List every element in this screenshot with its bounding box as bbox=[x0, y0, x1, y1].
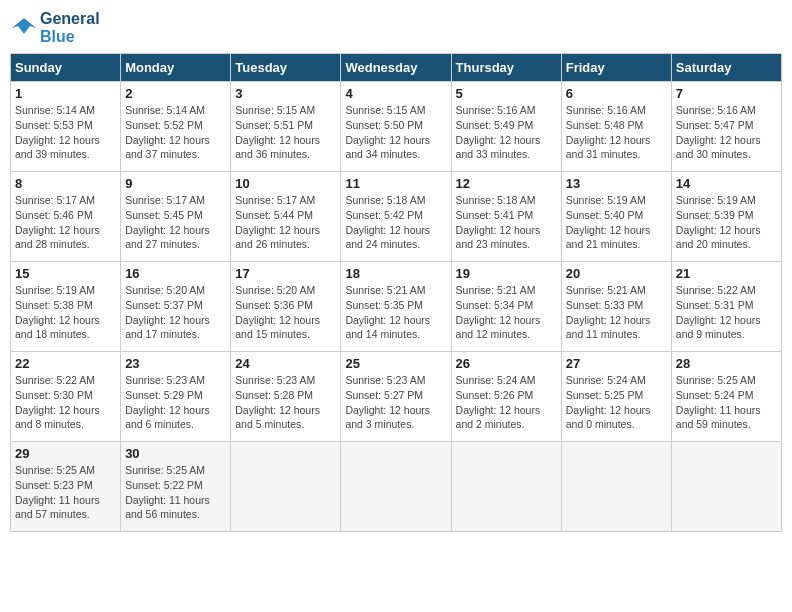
day-number: 24 bbox=[235, 356, 336, 371]
day-number: 11 bbox=[345, 176, 446, 191]
day-number: 18 bbox=[345, 266, 446, 281]
day-info: Sunrise: 5:17 AMSunset: 5:44 PMDaylight:… bbox=[235, 193, 336, 252]
day-number: 30 bbox=[125, 446, 226, 461]
day-info: Sunrise: 5:24 AMSunset: 5:26 PMDaylight:… bbox=[456, 373, 557, 432]
day-info: Sunrise: 5:17 AMSunset: 5:46 PMDaylight:… bbox=[15, 193, 116, 252]
day-info: Sunrise: 5:24 AMSunset: 5:25 PMDaylight:… bbox=[566, 373, 667, 432]
day-number: 10 bbox=[235, 176, 336, 191]
day-cell-20: 20Sunrise: 5:21 AMSunset: 5:33 PMDayligh… bbox=[561, 262, 671, 352]
day-cell-27: 27Sunrise: 5:24 AMSunset: 5:25 PMDayligh… bbox=[561, 352, 671, 442]
day-info: Sunrise: 5:15 AMSunset: 5:50 PMDaylight:… bbox=[345, 103, 446, 162]
day-info: Sunrise: 5:17 AMSunset: 5:45 PMDaylight:… bbox=[125, 193, 226, 252]
day-number: 16 bbox=[125, 266, 226, 281]
day-info: Sunrise: 5:23 AMSunset: 5:29 PMDaylight:… bbox=[125, 373, 226, 432]
day-number: 21 bbox=[676, 266, 777, 281]
calendar-body: 1Sunrise: 5:14 AMSunset: 5:53 PMDaylight… bbox=[11, 82, 782, 532]
day-cell-7: 7Sunrise: 5:16 AMSunset: 5:47 PMDaylight… bbox=[671, 82, 781, 172]
day-cell-2: 2Sunrise: 5:14 AMSunset: 5:52 PMDaylight… bbox=[121, 82, 231, 172]
header-row: SundayMondayTuesdayWednesdayThursdayFrid… bbox=[11, 54, 782, 82]
day-info: Sunrise: 5:16 AMSunset: 5:48 PMDaylight:… bbox=[566, 103, 667, 162]
day-header-friday: Friday bbox=[561, 54, 671, 82]
day-cell-15: 15Sunrise: 5:19 AMSunset: 5:38 PMDayligh… bbox=[11, 262, 121, 352]
day-cell-5: 5Sunrise: 5:16 AMSunset: 5:49 PMDaylight… bbox=[451, 82, 561, 172]
day-info: Sunrise: 5:16 AMSunset: 5:49 PMDaylight:… bbox=[456, 103, 557, 162]
day-number: 28 bbox=[676, 356, 777, 371]
day-cell-6: 6Sunrise: 5:16 AMSunset: 5:48 PMDaylight… bbox=[561, 82, 671, 172]
day-cell-25: 25Sunrise: 5:23 AMSunset: 5:27 PMDayligh… bbox=[341, 352, 451, 442]
day-info: Sunrise: 5:22 AMSunset: 5:31 PMDaylight:… bbox=[676, 283, 777, 342]
day-header-thursday: Thursday bbox=[451, 54, 561, 82]
day-cell-24: 24Sunrise: 5:23 AMSunset: 5:28 PMDayligh… bbox=[231, 352, 341, 442]
day-info: Sunrise: 5:21 AMSunset: 5:35 PMDaylight:… bbox=[345, 283, 446, 342]
day-number: 5 bbox=[456, 86, 557, 101]
day-cell-12: 12Sunrise: 5:18 AMSunset: 5:41 PMDayligh… bbox=[451, 172, 561, 262]
day-cell-18: 18Sunrise: 5:21 AMSunset: 5:35 PMDayligh… bbox=[341, 262, 451, 352]
day-number: 7 bbox=[676, 86, 777, 101]
day-header-sunday: Sunday bbox=[11, 54, 121, 82]
day-cell-16: 16Sunrise: 5:20 AMSunset: 5:37 PMDayligh… bbox=[121, 262, 231, 352]
day-cell-26: 26Sunrise: 5:24 AMSunset: 5:26 PMDayligh… bbox=[451, 352, 561, 442]
day-cell-21: 21Sunrise: 5:22 AMSunset: 5:31 PMDayligh… bbox=[671, 262, 781, 352]
day-info: Sunrise: 5:18 AMSunset: 5:42 PMDaylight:… bbox=[345, 193, 446, 252]
day-info: Sunrise: 5:25 AMSunset: 5:23 PMDaylight:… bbox=[15, 463, 116, 522]
day-cell-4: 4Sunrise: 5:15 AMSunset: 5:50 PMDaylight… bbox=[341, 82, 451, 172]
day-info: Sunrise: 5:19 AMSunset: 5:39 PMDaylight:… bbox=[676, 193, 777, 252]
day-number: 1 bbox=[15, 86, 116, 101]
page-header: General Blue bbox=[10, 10, 782, 45]
logo: General Blue bbox=[10, 10, 100, 45]
empty-cell bbox=[341, 442, 451, 532]
day-number: 23 bbox=[125, 356, 226, 371]
day-number: 9 bbox=[125, 176, 226, 191]
day-cell-29: 29Sunrise: 5:25 AMSunset: 5:23 PMDayligh… bbox=[11, 442, 121, 532]
calendar-header: SundayMondayTuesdayWednesdayThursdayFrid… bbox=[11, 54, 782, 82]
week-row-4: 22Sunrise: 5:22 AMSunset: 5:30 PMDayligh… bbox=[11, 352, 782, 442]
day-number: 13 bbox=[566, 176, 667, 191]
day-info: Sunrise: 5:22 AMSunset: 5:30 PMDaylight:… bbox=[15, 373, 116, 432]
day-cell-19: 19Sunrise: 5:21 AMSunset: 5:34 PMDayligh… bbox=[451, 262, 561, 352]
day-cell-17: 17Sunrise: 5:20 AMSunset: 5:36 PMDayligh… bbox=[231, 262, 341, 352]
day-info: Sunrise: 5:18 AMSunset: 5:41 PMDaylight:… bbox=[456, 193, 557, 252]
day-cell-9: 9Sunrise: 5:17 AMSunset: 5:45 PMDaylight… bbox=[121, 172, 231, 262]
day-number: 27 bbox=[566, 356, 667, 371]
day-header-monday: Monday bbox=[121, 54, 231, 82]
day-cell-8: 8Sunrise: 5:17 AMSunset: 5:46 PMDaylight… bbox=[11, 172, 121, 262]
day-info: Sunrise: 5:25 AMSunset: 5:22 PMDaylight:… bbox=[125, 463, 226, 522]
day-number: 2 bbox=[125, 86, 226, 101]
day-cell-14: 14Sunrise: 5:19 AMSunset: 5:39 PMDayligh… bbox=[671, 172, 781, 262]
calendar-table: SundayMondayTuesdayWednesdayThursdayFrid… bbox=[10, 53, 782, 532]
day-info: Sunrise: 5:14 AMSunset: 5:53 PMDaylight:… bbox=[15, 103, 116, 162]
logo-container: General Blue bbox=[10, 10, 100, 45]
day-info: Sunrise: 5:23 AMSunset: 5:28 PMDaylight:… bbox=[235, 373, 336, 432]
day-info: Sunrise: 5:19 AMSunset: 5:40 PMDaylight:… bbox=[566, 193, 667, 252]
week-row-2: 8Sunrise: 5:17 AMSunset: 5:46 PMDaylight… bbox=[11, 172, 782, 262]
day-cell-1: 1Sunrise: 5:14 AMSunset: 5:53 PMDaylight… bbox=[11, 82, 121, 172]
day-number: 6 bbox=[566, 86, 667, 101]
day-info: Sunrise: 5:21 AMSunset: 5:34 PMDaylight:… bbox=[456, 283, 557, 342]
day-info: Sunrise: 5:25 AMSunset: 5:24 PMDaylight:… bbox=[676, 373, 777, 432]
week-row-1: 1Sunrise: 5:14 AMSunset: 5:53 PMDaylight… bbox=[11, 82, 782, 172]
day-number: 15 bbox=[15, 266, 116, 281]
day-number: 20 bbox=[566, 266, 667, 281]
empty-cell bbox=[231, 442, 341, 532]
day-info: Sunrise: 5:23 AMSunset: 5:27 PMDaylight:… bbox=[345, 373, 446, 432]
day-cell-10: 10Sunrise: 5:17 AMSunset: 5:44 PMDayligh… bbox=[231, 172, 341, 262]
day-number: 8 bbox=[15, 176, 116, 191]
svg-marker-0 bbox=[12, 18, 36, 34]
day-number: 29 bbox=[15, 446, 116, 461]
empty-cell bbox=[671, 442, 781, 532]
day-info: Sunrise: 5:21 AMSunset: 5:33 PMDaylight:… bbox=[566, 283, 667, 342]
day-info: Sunrise: 5:20 AMSunset: 5:36 PMDaylight:… bbox=[235, 283, 336, 342]
day-info: Sunrise: 5:14 AMSunset: 5:52 PMDaylight:… bbox=[125, 103, 226, 162]
empty-cell bbox=[561, 442, 671, 532]
day-number: 17 bbox=[235, 266, 336, 281]
day-info: Sunrise: 5:15 AMSunset: 5:51 PMDaylight:… bbox=[235, 103, 336, 162]
day-number: 14 bbox=[676, 176, 777, 191]
day-cell-30: 30Sunrise: 5:25 AMSunset: 5:22 PMDayligh… bbox=[121, 442, 231, 532]
day-info: Sunrise: 5:20 AMSunset: 5:37 PMDaylight:… bbox=[125, 283, 226, 342]
day-header-tuesday: Tuesday bbox=[231, 54, 341, 82]
day-header-saturday: Saturday bbox=[671, 54, 781, 82]
day-number: 26 bbox=[456, 356, 557, 371]
week-row-5: 29Sunrise: 5:25 AMSunset: 5:23 PMDayligh… bbox=[11, 442, 782, 532]
day-number: 12 bbox=[456, 176, 557, 191]
day-info: Sunrise: 5:19 AMSunset: 5:38 PMDaylight:… bbox=[15, 283, 116, 342]
